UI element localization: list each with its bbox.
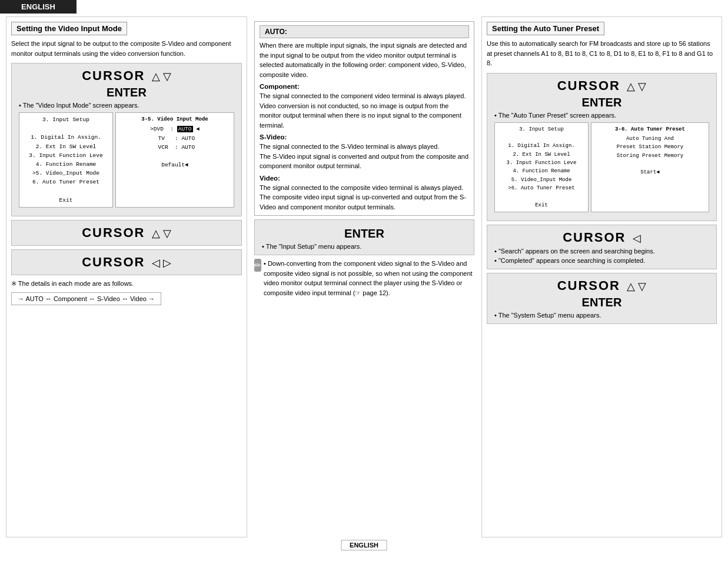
right-cursor2-bullet1: • "Search" appears on the screen and sea… [494, 248, 709, 255]
auto-body: AUTO: When there are multiple input sign… [254, 21, 474, 216]
mid-section: AUTO: When there are multiple input sign… [250, 16, 479, 537]
right-screen-title: 3-6. Auto Tuner Preset [594, 125, 706, 133]
right-screen-left: 3. Input Setup 1. Digital In Assign. 2. … [494, 122, 589, 213]
screen-right-line [119, 152, 231, 161]
right-cursor-block-1: CURSOR △ ▽ ENTER • The "Auto Tuner Prese… [487, 73, 717, 222]
cursor-block-1: CURSOR △ ▽ ENTER • The "Video Input Mode… [11, 63, 242, 216]
note-body-text: • Down-converting from the component vid… [264, 259, 474, 298]
right-screen-mockup: 3. Input Setup 1. Digital In Assign. 2. … [494, 122, 709, 213]
right-screen-line [498, 193, 585, 201]
auto-title: AUTO: [260, 25, 469, 38]
left-section-title: Setting the Video Input Mode [11, 22, 127, 35]
right-screen-r-line [594, 160, 706, 168]
right-cursor-arrows-1: △ ▽ [627, 81, 646, 92]
screen-right-line: TV : AUTO [119, 134, 231, 143]
auto-text: When there are multiple input signals, t… [260, 41, 469, 79]
component-heading: Component: [260, 83, 469, 90]
screen-right-line: VCR : AUTO [119, 143, 231, 152]
video-text1: The signal connected to the composite vi… [260, 183, 469, 193]
cursor-arrows-3: ◁ ▷ [152, 257, 171, 269]
screen-left-line: 4. Function Rename [22, 160, 109, 169]
right-cursor-label-2: CURSOR [563, 230, 626, 245]
right-cursor-block-3: CURSOR △ ▽ ENTER • The "System Setup" me… [487, 273, 717, 324]
screen-right-line: >DVD : AUTO ◄ [119, 125, 231, 133]
mid-enter-bullet: • The "Input Setup" menu appears. [262, 243, 467, 250]
right-section: Setting the Auto Tuner Preset Use this t… [481, 16, 722, 537]
screen-left-panel: 3. Input Setup 1. Digital In Assign. 2. … [19, 112, 113, 208]
screen-left-line: 2. Ext In SW Level [22, 142, 109, 151]
screen-right-panel: 3-5. Video Input Mode >DVD : AUTO ◄ TV :… [115, 112, 234, 208]
footer-label: ENGLISH [341, 540, 387, 550]
right-screen-line: 4. Function Rename [498, 167, 585, 175]
screen-left-line: 3. Input Setup [22, 115, 109, 124]
right-section-desc: Use this to automatically search for FM … [487, 39, 717, 68]
right-screen-line: 5. Video_Input Mode [498, 176, 585, 184]
right-screen-line: 1. Digital In Assign. [498, 142, 585, 150]
right-screen-right: 3-6. Auto Tuner Preset Auto Tuning And P… [591, 122, 709, 213]
video-heading: Video: [260, 175, 469, 182]
right-cursor-arrows-3: △ ▽ [627, 280, 646, 292]
right-enter-bullet-2: • The "System Setup" menu appears. [494, 312, 709, 319]
enter-bullet-1: • The "Video Input Mode" screen appears. [19, 102, 234, 109]
svideo-text1: The signal connected to the S-Video term… [260, 142, 469, 152]
screen-left-line: Exit [22, 196, 109, 205]
cursor-label-2: CURSOR [82, 225, 145, 240]
video-text2: The composite video input signal is up-c… [260, 192, 469, 212]
right-screen-line: 3. Input Function Leve [498, 159, 585, 167]
screen-mockup-1: 3. Input Setup 1. Digital In Assign. 2. … [19, 112, 234, 208]
cursor-arrows-1: △ ▽ [152, 71, 171, 82]
enter-label-1: ENTER [19, 86, 234, 99]
header-label: ENGLISH [0, 0, 77, 14]
right-screen-r-line: Preset Station Memory [594, 143, 706, 151]
note-block: ✏ • Down-converting from the component v… [254, 259, 474, 298]
screen-left-line: 6. Auto Tuner Preset [22, 178, 109, 186]
svideo-heading: S-Video: [260, 133, 469, 141]
left-section: Setting the Video Input Mode Select the … [6, 16, 247, 537]
screen-left-line: 1. Digital In Assign. [22, 133, 109, 142]
screen-left-line: >5. Video_Input Mode [22, 169, 109, 178]
cursor-block-3: CURSOR ◁ ▷ [11, 249, 242, 275]
right-screen-r-line: Auto Tuning And [594, 135, 706, 143]
right-screen-line [498, 133, 585, 142]
right-screen-r-line: Storing Preset Memory [594, 152, 706, 160]
right-enter-bullet-1: • The "Auto Tuner Preset" screen appears… [494, 112, 709, 119]
pencil-icon: ✏ [254, 259, 261, 272]
right-screen-line: 3. Input Setup [498, 125, 585, 133]
screen-left-line [22, 187, 109, 196]
right-enter-label-2: ENTER [494, 296, 709, 309]
cursor-label-1: CURSOR [82, 68, 145, 83]
note-text: ※ The details in each mode are as follow… [11, 280, 242, 288]
screen-right-title: 3-5. Video Input Mode [119, 115, 231, 123]
right-cursor-arrows-2: ◁ [633, 232, 641, 244]
cursor-label-3: CURSOR [82, 255, 145, 269]
screen-left-line: 3. Input Function Leve [22, 151, 109, 160]
right-screen-r-line: Start◄ [594, 168, 706, 176]
right-cursor2-bullet2: • "Completed" appears once searching is … [494, 257, 709, 264]
right-screen-line: Exit [498, 201, 585, 209]
left-section-desc: Select the input signal to be output to … [11, 39, 242, 58]
cursor-arrows-2: △ ▽ [152, 228, 171, 239]
right-screen-line: 2. Ext In SW Level [498, 151, 585, 159]
component-text2: Video conversion is not conducted, so no… [260, 101, 469, 131]
mid-enter-label: ENTER [262, 227, 467, 241]
cycle-diagram: → AUTO ↔ Component ↔ S-Video ↔ Video → [11, 292, 161, 305]
svideo-text2: The S-Video input signal is converted an… [260, 152, 469, 171]
right-enter-label-1: ENTER [494, 96, 709, 109]
cursor-block-2: CURSOR △ ▽ [11, 220, 242, 246]
right-cursor-block-2: CURSOR ◁ • "Search" appears on the scree… [487, 225, 717, 269]
right-screen-line: >6. Auto Tuner Preset [498, 184, 585, 192]
screen-right-line: Default◄ [119, 161, 231, 169]
component-text1: The signal connected to the component vi… [260, 91, 469, 101]
right-cursor-label-3: CURSOR [557, 278, 620, 293]
mid-enter-block: ENTER • The "Input Setup" menu appears. [254, 219, 474, 255]
note-section: ※ The details in each mode are as follow… [11, 280, 242, 305]
right-section-title: Setting the Auto Tuner Preset [487, 22, 604, 35]
screen-left-line [22, 124, 109, 133]
right-cursor-label-1: CURSOR [557, 78, 620, 93]
